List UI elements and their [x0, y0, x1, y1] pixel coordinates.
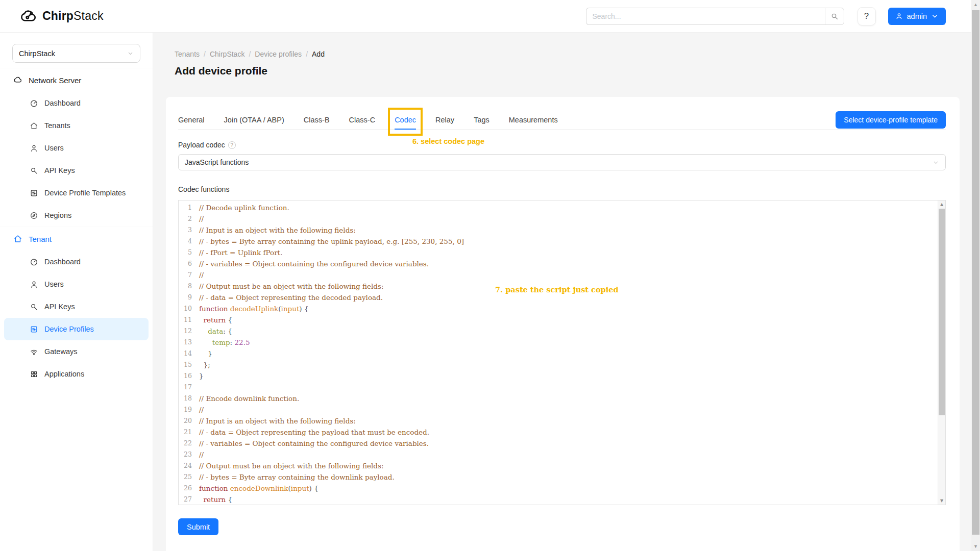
- brand-bold: Chirp: [42, 9, 74, 22]
- codec-functions-label-text: Codec functions: [178, 185, 229, 193]
- brand-light: Stack: [74, 9, 104, 22]
- breadcrumb-device-profiles[interactable]: Device profiles: [255, 50, 302, 58]
- line-number: 22: [179, 438, 199, 449]
- tab-label: Class-C: [349, 116, 376, 124]
- editor-scrollbar[interactable]: ▲ ▼: [938, 201, 945, 505]
- page-title: Add device profile: [175, 65, 267, 77]
- payload-codec-value: JavaScript functions: [185, 158, 249, 166]
- sidebar-item-device-profiles[interactable]: Device Profiles: [4, 318, 149, 340]
- tab-label: Join (OTAA / ABP): [224, 116, 284, 124]
- tab-class-b[interactable]: Class-B: [304, 110, 330, 129]
- tab-general[interactable]: General: [178, 110, 205, 129]
- search-input[interactable]: [586, 8, 825, 25]
- line-number: 13: [179, 337, 199, 348]
- cloud-icon: [13, 76, 22, 85]
- key-icon: [30, 303, 38, 311]
- breadcrumb-chirpstack[interactable]: ChirpStack: [210, 50, 244, 58]
- codec-editor-lines: 1// Decode uplink function.2//3// Input …: [179, 202, 938, 505]
- home-icon: [13, 234, 22, 243]
- code-text: // - data = Object representing the payl…: [199, 427, 429, 438]
- chevron-down-icon: [931, 12, 939, 20]
- sidebar-item-label: Users: [44, 144, 64, 152]
- sidebar-item-label: Device Profile Templates: [44, 189, 126, 197]
- sidebar-item-tenants[interactable]: Tenants: [0, 114, 153, 137]
- scroll-down-icon[interactable]: ▼: [971, 544, 980, 549]
- device-profile-card: GeneralJoin (OTAA / ABP)Class-BClass-CCo…: [166, 97, 960, 551]
- code-text: data: {: [199, 325, 232, 337]
- sidebar-item-users[interactable]: Users: [0, 137, 153, 159]
- breadcrumb-tenants[interactable]: Tenants: [175, 50, 200, 58]
- sidebar-item-gateways[interactable]: Gateways: [0, 340, 153, 363]
- admin-menu-button[interactable]: admin: [888, 8, 946, 25]
- codec-editor[interactable]: 1// Decode uplink function.2//3// Input …: [178, 200, 946, 505]
- help-button[interactable]: ?: [857, 7, 876, 26]
- code-line: 24// Output must be an object with the f…: [179, 460, 938, 471]
- code-text: };: [199, 359, 210, 370]
- line-number: 14: [179, 348, 199, 359]
- code-line: 3// Input is an object with the followin…: [179, 224, 938, 236]
- line-number: 4: [179, 236, 199, 247]
- code-text: //: [199, 404, 204, 415]
- scroll-up-icon[interactable]: ▲: [971, 2, 980, 7]
- code-text: }: [199, 370, 204, 382]
- code-line: 17: [179, 382, 938, 393]
- scroll-down-icon[interactable]: ▼: [938, 498, 945, 503]
- line-number: 7: [179, 269, 199, 281]
- tab-label: Class-B: [304, 116, 330, 124]
- payload-codec-label-text: Payload codec: [178, 141, 225, 149]
- sidebar-item-device-profile-templates[interactable]: Device Profile Templates: [0, 182, 153, 204]
- code-line: 12 data: {: [179, 325, 938, 337]
- code-line: 18// Encode downlink function.: [179, 393, 938, 404]
- submit-button[interactable]: Submit: [178, 518, 218, 535]
- page-scrollbar-thumb[interactable]: [972, 10, 979, 535]
- dashboard-icon: [30, 99, 38, 108]
- payload-codec-select[interactable]: JavaScript functions: [178, 154, 946, 170]
- sidebar-group-network-server[interactable]: Network Server: [0, 68, 153, 92]
- code-text: // Input is an object with the following…: [199, 224, 356, 236]
- admin-label: admin: [907, 12, 927, 20]
- line-number: 8: [179, 281, 199, 292]
- editor-scrollbar-thumb[interactable]: [939, 209, 945, 415]
- tab-relay[interactable]: Relay: [435, 110, 454, 129]
- sidebar-item-label: Dashboard: [44, 99, 81, 107]
- line-number: 10: [179, 303, 199, 314]
- code-text: // - bytes = Byte array containing the d…: [199, 471, 395, 483]
- sidebar-group-tenant[interactable]: Tenant: [0, 227, 153, 251]
- select-template-button[interactable]: Select device-profile template: [836, 111, 946, 129]
- code-text: // Output must be an object with the fol…: [199, 460, 383, 471]
- tab-measurements[interactable]: Measurements: [509, 110, 558, 129]
- page-scrollbar[interactable]: ▲ ▼: [971, 0, 980, 551]
- code-text: function encodeDownlink(input) {: [199, 483, 318, 494]
- sidebar-item-regions[interactable]: Regions: [0, 204, 153, 227]
- sidebar-item-applications[interactable]: Applications: [0, 363, 153, 385]
- sidebar-item-api-keys[interactable]: API Keys: [0, 295, 153, 318]
- sidebar-item-api-keys[interactable]: API Keys: [0, 159, 153, 182]
- organization-select-value: ChirpStack: [19, 49, 55, 58]
- search-button[interactable]: [825, 8, 844, 25]
- top-header: ChirpStack ? admin: [0, 0, 980, 33]
- user-icon: [30, 144, 38, 153]
- line-number: 26: [179, 483, 199, 494]
- sidebar-item-users[interactable]: Users: [0, 273, 153, 295]
- line-number: 11: [179, 314, 199, 325]
- sidebar-item-label: Regions: [44, 211, 71, 219]
- line-number: 17: [179, 382, 199, 393]
- scroll-up-icon[interactable]: ▲: [938, 202, 945, 207]
- line-number: 16: [179, 370, 199, 382]
- tab-join-otaa-abp[interactable]: Join (OTAA / ABP): [224, 110, 284, 129]
- tab-class-c[interactable]: Class-C: [349, 110, 376, 129]
- code-text: // - variables = Object containing the c…: [199, 258, 429, 269]
- template-icon: [30, 325, 38, 334]
- line-number: 18: [179, 393, 199, 404]
- code-text: //: [199, 449, 204, 460]
- code-line: 22// - variables = Object containing the…: [179, 438, 938, 449]
- sidebar-item-dashboard[interactable]: Dashboard: [0, 92, 153, 114]
- line-number: 6: [179, 258, 199, 269]
- code-line: 14 }: [179, 348, 938, 359]
- tab-tags[interactable]: Tags: [474, 110, 489, 129]
- sidebar-group-label: Network Server: [29, 76, 81, 85]
- organization-select[interactable]: ChirpStack: [12, 44, 140, 63]
- sidebar-item-dashboard[interactable]: Dashboard: [0, 251, 153, 273]
- tab-codec[interactable]: Codec: [395, 110, 416, 129]
- code-line: 11 return {: [179, 314, 938, 325]
